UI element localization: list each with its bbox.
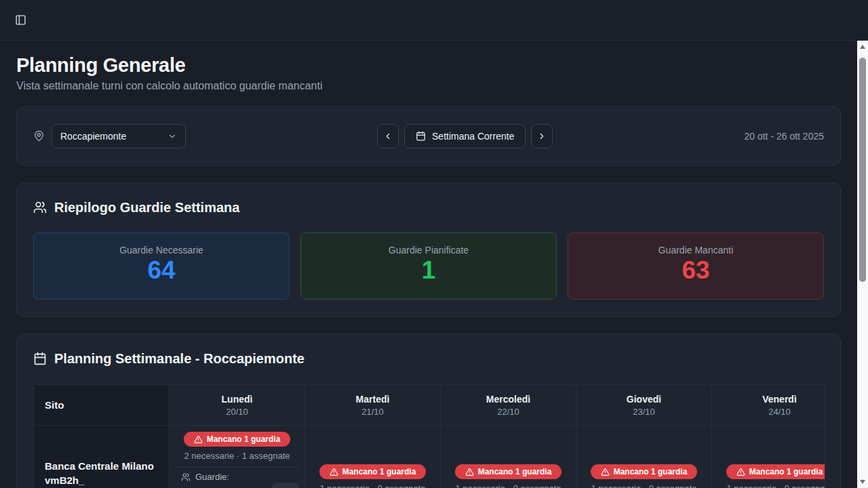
coverage-info: 1 necessarie · 0 assegnate bbox=[441, 483, 576, 488]
planning-table: Sito Lunedì 20/10 Martedì 21/10 Mercoled… bbox=[33, 384, 825, 488]
day-name: Lunedì bbox=[222, 394, 253, 405]
location-select-value: Roccapiemonte bbox=[60, 131, 126, 142]
shift-cell-venerdi: Mancano 1 guardia 1 necessarie · 0 asseg… bbox=[712, 426, 825, 488]
coverage-info: 1 necessarie · 0 assegnate bbox=[712, 483, 825, 488]
shift-cell-martedi: Mancano 1 guardia 1 necessarie · 0 asseg… bbox=[305, 426, 441, 488]
missing-guard-badge: Mancano 1 guardia bbox=[319, 464, 427, 479]
coverage-info: 1 necessarie · 0 assegnate bbox=[305, 483, 440, 488]
badge-text: Mancano 1 guardia bbox=[207, 434, 281, 444]
scrollbar-thumb[interactable] bbox=[859, 58, 866, 282]
prev-week-button[interactable] bbox=[377, 124, 399, 148]
cell-divider bbox=[175, 467, 299, 468]
column-header-martedi: Martedì 21/10 bbox=[305, 385, 441, 425]
map-pin-icon bbox=[33, 130, 45, 142]
stat-guardie-necessarie: Guardie Necessarie 64 bbox=[33, 232, 290, 300]
day-date: 21/10 bbox=[361, 407, 384, 417]
column-header-mercoledi: Mercoledì 22/10 bbox=[441, 385, 576, 425]
guards-label: Guardie: bbox=[195, 472, 229, 483]
table-header-row: Sito Lunedì 20/10 Martedì 21/10 Mercoled… bbox=[34, 385, 825, 426]
badge-text: Mancano 1 guardia bbox=[478, 467, 552, 476]
calendar-icon bbox=[33, 352, 47, 365]
stat-value: 1 bbox=[301, 257, 556, 284]
coverage-info: 1 necessarie · 0 assegnate bbox=[576, 483, 711, 488]
date-range-label: 20 ott - 26 ott 2025 bbox=[744, 131, 824, 142]
alert-triangle-icon bbox=[330, 468, 338, 476]
site-name-cell: Banca Centrale Milano vmB2h_ bbox=[34, 426, 170, 488]
badge-text: Mancano 1 guardia bbox=[614, 467, 688, 476]
coverage-info: 2 necessarie · 1 assegnate bbox=[170, 451, 304, 461]
missing-guard-badge: Mancano 1 guardia bbox=[726, 464, 825, 479]
day-name: Giovedì bbox=[627, 394, 661, 405]
column-header-giovedi: Giovedì 23/10 bbox=[576, 385, 712, 425]
current-week-button[interactable]: Settimana Corrente bbox=[404, 124, 526, 148]
planning-card: Planning Settimanale - Roccapiemonte Sit… bbox=[16, 333, 841, 488]
current-week-label: Settimana Corrente bbox=[432, 131, 514, 142]
day-name: Venerdì bbox=[762, 394, 797, 405]
sidebar-toggle-button[interactable] bbox=[15, 14, 26, 26]
shift-cell-giovedi: Mancano 1 guardia 1 necessarie · 0 asseg… bbox=[576, 426, 712, 488]
planning-title-text: Planning Settimanale - Roccapiemonte bbox=[54, 350, 304, 367]
day-date: 24/10 bbox=[768, 407, 791, 417]
stat-guardie-mancanti: Guardie Mancanti 63 bbox=[568, 232, 824, 300]
summary-stats: Guardie Necessarie 64 Guardie Pianificat… bbox=[33, 232, 824, 300]
topbar bbox=[0, 0, 868, 41]
alert-triangle-icon bbox=[736, 468, 745, 476]
missing-guard-badge: Mancano 1 guardia bbox=[591, 464, 698, 479]
alert-triangle-icon bbox=[194, 435, 203, 444]
page-subtitle: Vista settimanale turni con calcolo auto… bbox=[16, 79, 841, 92]
day-name: Martedì bbox=[356, 394, 390, 405]
stat-label: Guardie Mancanti bbox=[568, 245, 823, 256]
day-date: 23/10 bbox=[633, 407, 655, 417]
users-icon bbox=[181, 472, 191, 482]
stat-value: 64 bbox=[34, 257, 289, 284]
summary-title-text: Riepilogo Guardie Settimana bbox=[54, 199, 239, 216]
summary-card-title: Riepilogo Guardie Settimana bbox=[33, 199, 824, 216]
location-select[interactable]: Roccapiemonte bbox=[52, 124, 186, 148]
missing-guard-badge: Mancano 1 guardia bbox=[184, 432, 291, 447]
column-header-sito: Sito bbox=[34, 385, 170, 425]
scrollbar-up-arrow[interactable] bbox=[860, 45, 865, 49]
day-date: 20/10 bbox=[226, 407, 248, 417]
table-row: Banca Centrale Milano vmB2h_ Mancano 1 g… bbox=[34, 426, 825, 488]
next-week-button[interactable] bbox=[531, 124, 553, 148]
column-header-venerdi: Venerdì 24/10 bbox=[712, 385, 825, 425]
missing-guard-badge: Mancano 1 guardia bbox=[455, 464, 562, 479]
main-content: Planning Generale Vista settimanale turn… bbox=[0, 41, 857, 488]
planning-card-title: Planning Settimanale - Roccapiemonte bbox=[33, 350, 824, 367]
alert-triangle-icon bbox=[601, 468, 610, 476]
chevron-left-icon bbox=[383, 131, 393, 141]
guard-chip[interactable] bbox=[272, 483, 299, 488]
column-header-lunedi: Lunedì 20/10 bbox=[170, 385, 305, 425]
stat-label: Guardie Necessarie bbox=[34, 245, 289, 256]
guards-label-row: Guardie: bbox=[181, 472, 304, 483]
stat-label: Guardie Pianificate bbox=[301, 245, 556, 256]
week-navigation: Settimana Corrente bbox=[377, 124, 553, 148]
panel-left-icon bbox=[15, 14, 26, 26]
stat-guardie-pianificate: Guardie Pianificate 1 bbox=[300, 232, 557, 300]
day-name: Mercoledì bbox=[486, 394, 530, 405]
badge-text: Mancano 1 guardia bbox=[749, 467, 823, 476]
shift-cell-mercoledi: Mancano 1 guardia 1 necessarie · 0 asseg… bbox=[441, 426, 576, 488]
chevron-right-icon bbox=[537, 131, 547, 141]
day-date: 22/10 bbox=[497, 407, 519, 417]
badge-text: Mancano 1 guardia bbox=[342, 467, 416, 476]
shift-cell-lunedi: Mancano 1 guardia 2 necessarie · 1 asseg… bbox=[170, 426, 305, 488]
page-title: Planning Generale bbox=[16, 54, 841, 77]
toolbar-card: Roccapiemonte Settimana Corrente bbox=[16, 106, 841, 166]
users-icon bbox=[33, 201, 47, 214]
summary-card: Riepilogo Guardie Settimana Guardie Nece… bbox=[16, 182, 841, 317]
alert-triangle-icon bbox=[465, 468, 474, 476]
vertical-scrollbar[interactable] bbox=[857, 41, 868, 488]
calendar-icon bbox=[416, 131, 426, 141]
stat-value: 63 bbox=[568, 257, 823, 284]
chevron-down-icon bbox=[167, 131, 177, 141]
scrollbar-down-arrow[interactable] bbox=[860, 480, 865, 484]
